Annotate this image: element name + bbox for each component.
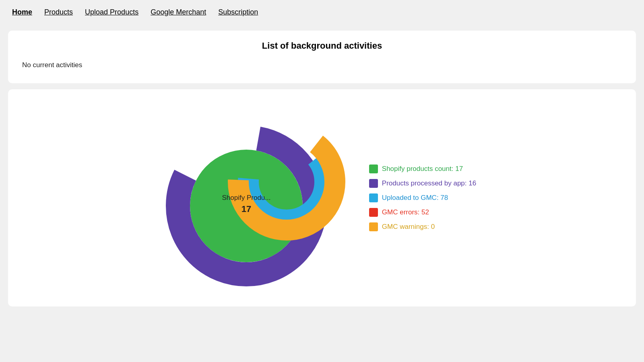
- activities-card: List of background activities No current…: [8, 31, 636, 83]
- legend-swatch-yellow: [369, 222, 378, 231]
- legend-item-yellow: GMC warnings: 0: [369, 222, 476, 231]
- no-activities-message: No current activities: [20, 59, 624, 73]
- legend-swatch-green: [369, 165, 378, 173]
- chart-legend: Shopify products count: 17 Products proc…: [369, 165, 476, 231]
- nav-upload-products[interactable]: Upload Products: [85, 8, 138, 16]
- legend-label-blue: Uploaded to GMC: 78: [382, 194, 448, 202]
- legend-swatch-red: [369, 208, 378, 217]
- legend-label-green: Shopify products count: 17: [382, 165, 463, 173]
- chart-center-label: Shopify Produ...: [222, 194, 270, 202]
- legend-item-red: GMC errors: 52: [369, 208, 476, 217]
- nav-products[interactable]: Products: [44, 8, 73, 16]
- legend-label-purple: Products processed by app: 16: [382, 179, 476, 187]
- legend-item-green: Shopify products count: 17: [369, 165, 476, 173]
- legend-swatch-purple: [369, 179, 378, 188]
- legend-label-yellow: GMC warnings: 0: [382, 223, 435, 231]
- nav-subscription[interactable]: Subscription: [218, 8, 258, 16]
- chart-card: Shopify Produ... 17 Shopify products cou…: [8, 89, 636, 306]
- chart-center-value: 17: [242, 204, 251, 214]
- nav-home[interactable]: Home: [12, 8, 32, 16]
- chart-area: Shopify Produ... 17 Shopify products cou…: [168, 113, 476, 282]
- activities-title: List of background activities: [20, 41, 624, 51]
- donut-chart: Shopify Produ... 17: [168, 113, 337, 282]
- legend-item-purple: Products processed by app: 16: [369, 179, 476, 188]
- main-nav: Home Products Upload Products Google Mer…: [0, 0, 644, 25]
- nav-google-merchant[interactable]: Google Merchant: [151, 8, 206, 16]
- legend-swatch-blue: [369, 193, 378, 202]
- legend-item-blue: Uploaded to GMC: 78: [369, 193, 476, 202]
- legend-label-red: GMC errors: 52: [382, 208, 429, 216]
